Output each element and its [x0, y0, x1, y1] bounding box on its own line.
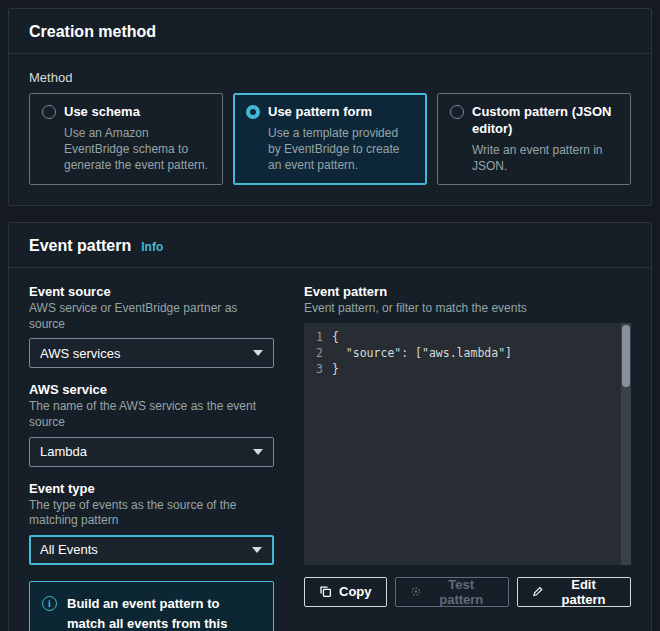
- method-option-label: Use schema: [64, 104, 140, 121]
- page: Creation method Method Use schema Use an…: [0, 0, 660, 631]
- event-source-description: AWS service or EventBridge partner as so…: [29, 301, 274, 332]
- json-code-editor[interactable]: 1 { 2 "source": ["aws.lambda"] 3 }: [304, 323, 631, 565]
- editor-scrollbar-thumb[interactable]: [622, 325, 630, 387]
- line-number: 1: [304, 329, 332, 345]
- test-pattern-button: Test pattern: [395, 577, 510, 607]
- creation-method-body: Method Use schema Use an Amazon EventBri…: [9, 54, 651, 205]
- editor-description: Event pattern, or filter to match the ev…: [304, 301, 631, 317]
- event-source-field: Event source AWS service or EventBridge …: [29, 284, 274, 368]
- card-head: Use schema: [42, 104, 210, 121]
- creation-method-title: Creation method: [29, 23, 156, 41]
- info-alert-text: Build an event pattern to match all even…: [67, 594, 261, 631]
- method-option-label: Use pattern form: [268, 104, 372, 121]
- editor-label: Event pattern: [304, 284, 631, 299]
- card-head: Use pattern form: [246, 104, 414, 121]
- code-line: 1 {: [304, 329, 617, 345]
- copy-button-label: Copy: [339, 584, 372, 599]
- info-link[interactable]: Info: [141, 240, 163, 254]
- gear-icon: [410, 585, 422, 598]
- line-number: 3: [304, 361, 332, 377]
- method-option-description: Write an event pattern in JSON.: [472, 142, 618, 174]
- line-code: "source": ["aws.lambda"]: [332, 345, 512, 361]
- editor-scrollbar[interactable]: [621, 323, 631, 565]
- event-pattern-body: Event source AWS service or EventBridge …: [9, 268, 651, 631]
- event-type-select[interactable]: All Events: [29, 535, 274, 565]
- aws-service-description: The name of the AWS service as the event…: [29, 399, 274, 430]
- pencil-icon: [532, 585, 544, 598]
- event-pattern-header: Event pattern Info: [9, 223, 651, 268]
- method-option-description: Use an Amazon EventBridge schema to gene…: [64, 125, 210, 174]
- pattern-form-column: Event source AWS service or EventBridge …: [29, 284, 274, 631]
- method-group-label: Method: [29, 70, 631, 85]
- info-alert: Build an event pattern to match all even…: [29, 581, 274, 631]
- chevron-down-icon: [252, 547, 262, 553]
- aws-service-field: AWS service The name of the AWS service …: [29, 382, 274, 466]
- event-source-select[interactable]: AWS services: [29, 338, 274, 368]
- event-type-field: Event type The type of events as the sou…: [29, 481, 274, 565]
- method-option-use-pattern-form[interactable]: Use pattern form Use a template provided…: [233, 93, 427, 185]
- aws-service-value: Lambda: [40, 444, 87, 459]
- chevron-down-icon: [253, 449, 263, 455]
- method-option-label: Custom pattern (JSON editor): [472, 104, 618, 138]
- copy-icon: [319, 585, 332, 598]
- test-pattern-button-label: Test pattern: [428, 577, 494, 607]
- code-line: 2 "source": ["aws.lambda"]: [304, 345, 617, 361]
- event-source-label: Event source: [29, 284, 274, 299]
- radio-unchecked-icon[interactable]: [42, 105, 56, 119]
- aws-service-select[interactable]: Lambda: [29, 437, 274, 467]
- event-pattern-title: Event pattern: [29, 237, 131, 255]
- info-icon: [42, 596, 57, 611]
- card-head: Custom pattern (JSON editor): [450, 104, 618, 138]
- radio-checked-icon[interactable]: [246, 105, 260, 119]
- editor-button-row: Copy Test pattern: [304, 577, 631, 607]
- creation-method-panel: Creation method Method Use schema Use an…: [8, 8, 652, 206]
- event-type-value: All Events: [40, 542, 98, 557]
- aws-service-label: AWS service: [29, 382, 274, 397]
- event-source-value: AWS services: [40, 346, 120, 361]
- method-options: Use schema Use an Amazon EventBridge sch…: [29, 93, 631, 185]
- line-code: }: [332, 361, 339, 377]
- line-number: 2: [304, 345, 332, 361]
- method-option-description: Use a template provided by EventBridge t…: [268, 125, 414, 174]
- method-option-custom-pattern[interactable]: Custom pattern (JSON editor) Write an ev…: [437, 93, 631, 185]
- radio-unchecked-icon[interactable]: [450, 105, 464, 119]
- pattern-editor-column: Event pattern Event pattern, or filter t…: [304, 284, 631, 631]
- copy-button[interactable]: Copy: [304, 577, 387, 607]
- creation-method-header: Creation method: [9, 9, 651, 54]
- event-pattern-panel: Event pattern Info Event source AWS serv…: [8, 222, 652, 631]
- method-option-use-schema[interactable]: Use schema Use an Amazon EventBridge sch…: [29, 93, 223, 185]
- edit-pattern-button[interactable]: Edit pattern: [517, 577, 631, 607]
- event-type-description: The type of events as the source of the …: [29, 498, 274, 529]
- event-type-label: Event type: [29, 481, 274, 496]
- chevron-down-icon: [253, 350, 263, 356]
- code-line: 3 }: [304, 361, 617, 377]
- line-code: {: [332, 329, 339, 345]
- edit-pattern-button-label: Edit pattern: [551, 577, 616, 607]
